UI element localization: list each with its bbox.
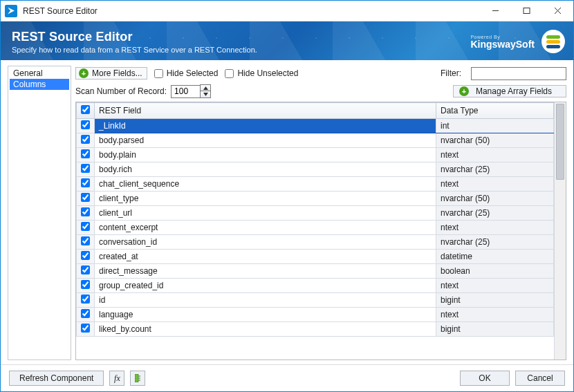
row-field-cell[interactable]: client_url [95,206,436,221]
close-button[interactable] [542,1,573,21]
header-data-type[interactable]: Data Type [436,103,554,119]
row-checkbox[interactable] [81,120,90,129]
vertical-scrollbar[interactable] [554,102,566,360]
row-check-cell[interactable] [77,279,95,293]
row-check-cell[interactable] [77,293,95,308]
row-checkbox[interactable] [81,295,90,304]
row-field-cell[interactable]: language [95,308,436,322]
filter-input[interactable] [471,67,566,80]
manage-array-fields-button[interactable]: + Manage Array Fields [453,85,566,97]
row-type-cell[interactable]: boolean [436,264,554,279]
row-check-cell[interactable] [77,133,95,148]
hide-unselected-toggle[interactable]: Hide Unselected [225,68,298,78]
row-checkbox[interactable] [81,265,90,274]
nav-item-general[interactable]: General [10,68,69,79]
row-check-cell[interactable] [77,162,95,177]
row-type-cell[interactable]: nvarchar (25) [436,162,554,177]
row-checkbox[interactable] [81,280,90,289]
row-checkbox[interactable] [81,222,90,231]
maximize-button[interactable] [511,1,542,21]
row-check-cell[interactable] [77,250,95,264]
scrollbar-thumb[interactable] [556,104,564,180]
table-row[interactable]: idbigint [77,293,554,308]
table-row[interactable]: client_typenvarchar (50) [77,192,554,206]
refresh-component-button[interactable]: Refresh Component [9,371,104,386]
minimize-button[interactable] [480,1,511,21]
row-check-cell[interactable] [77,206,95,221]
row-type-cell[interactable]: nvarchar (50) [436,133,554,148]
nav-item-columns[interactable]: Columns [10,79,69,90]
row-type-cell[interactable]: ntext [436,148,554,162]
row-checkbox[interactable] [81,236,90,245]
row-checkbox[interactable] [81,324,90,333]
row-type-cell[interactable]: bigint [436,293,554,308]
row-field-cell[interactable]: chat_client_sequence [95,177,436,192]
row-field-cell[interactable]: liked_by.count [95,322,436,337]
check-all-checkbox[interactable] [81,105,90,114]
table-row[interactable]: languagentext [77,308,554,322]
expression-button[interactable]: fx [109,371,124,386]
row-checkbox[interactable] [81,135,90,144]
row-type-cell[interactable]: datetime [436,250,554,264]
table-row[interactable]: client_urlnvarchar (25) [77,206,554,221]
row-check-cell[interactable] [77,264,95,279]
hide-unselected-checkbox[interactable] [225,69,234,78]
hide-selected-toggle[interactable]: Hide Selected [154,68,219,78]
table-row[interactable]: direct_messageboolean [77,264,554,279]
row-type-cell[interactable]: ntext [436,221,554,235]
row-checkbox[interactable] [81,207,90,216]
row-field-cell[interactable]: body.plain [95,148,436,162]
table-row[interactable]: body.parsednvarchar (50) [77,133,554,148]
header-rest-field[interactable]: REST Field [95,103,436,119]
table-row[interactable]: chat_client_sequencentext [77,177,554,192]
row-checkbox[interactable] [81,193,90,202]
row-checkbox[interactable] [81,164,90,173]
row-field-cell[interactable]: group_created_id [95,279,436,293]
row-check-cell[interactable] [77,192,95,206]
table-row[interactable]: conversation_idnvarchar (25) [77,235,554,250]
cancel-button[interactable]: Cancel [515,371,565,386]
table-row[interactable]: content_excerptntext [77,221,554,235]
row-check-cell[interactable] [77,322,95,337]
row-type-cell[interactable]: int [436,119,554,133]
table-row[interactable]: _LinkIdint [77,119,554,133]
row-field-cell[interactable]: body.parsed [95,133,436,148]
row-field-cell[interactable]: body.rich [95,162,436,177]
table-row[interactable]: created_atdatetime [77,250,554,264]
scan-spin-up[interactable] [201,85,210,91]
row-check-cell[interactable] [77,235,95,250]
scan-spin-down[interactable] [201,91,210,97]
row-checkbox[interactable] [81,178,90,187]
row-check-cell[interactable] [77,308,95,322]
row-field-cell[interactable]: content_excerpt [95,221,436,235]
table-row[interactable]: liked_by.countbigint [77,322,554,337]
ok-button[interactable]: OK [460,371,510,386]
table-row[interactable]: body.richnvarchar (25) [77,162,554,177]
row-type-cell[interactable]: nvarchar (25) [436,235,554,250]
row-check-cell[interactable] [77,119,95,133]
more-fields-button[interactable]: + More Fields... [75,67,147,80]
row-type-cell[interactable]: ntext [436,279,554,293]
row-checkbox[interactable] [81,309,90,318]
row-checkbox[interactable] [81,149,90,158]
row-check-cell[interactable] [77,148,95,162]
row-type-cell[interactable]: bigint [436,322,554,337]
row-field-cell[interactable]: created_at [95,250,436,264]
row-type-cell[interactable]: nvarchar (25) [436,206,554,221]
table-row[interactable]: group_created_idntext [77,279,554,293]
row-field-cell[interactable]: conversation_id [95,235,436,250]
hide-selected-checkbox[interactable] [154,69,163,78]
row-field-cell[interactable]: direct_message [95,264,436,279]
row-check-cell[interactable] [77,221,95,235]
header-check-all[interactable] [77,103,95,119]
row-type-cell[interactable]: nvarchar (50) [436,192,554,206]
row-field-cell[interactable]: _LinkId [95,119,436,133]
row-field-cell[interactable]: client_type [95,192,436,206]
row-type-cell[interactable]: ntext [436,308,554,322]
row-field-cell[interactable]: id [95,293,436,308]
row-checkbox[interactable] [81,251,90,260]
table-row[interactable]: body.plainntext [77,148,554,162]
map-columns-button[interactable] [130,371,145,386]
scan-input[interactable] [171,85,200,98]
row-type-cell[interactable]: ntext [436,177,554,192]
